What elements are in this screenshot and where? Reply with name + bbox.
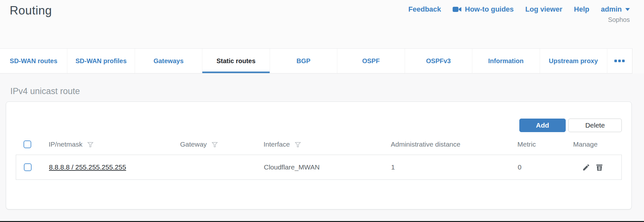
log-viewer-link[interactable]: Log viewer xyxy=(525,5,562,14)
tabs-more-button[interactable] xyxy=(607,49,632,73)
column-label: Manage xyxy=(573,140,598,148)
cell-manage xyxy=(573,163,621,171)
tab-ospfv3[interactable]: OSPFv3 xyxy=(405,49,472,73)
chevron-down-icon xyxy=(625,8,630,11)
section-title: IPv4 unicast route xyxy=(6,73,632,101)
select-all-checkbox[interactable] xyxy=(24,140,31,148)
pencil-icon xyxy=(582,163,590,171)
help-label: Help xyxy=(574,5,590,14)
tab-static-routes[interactable]: Static routes xyxy=(202,49,269,73)
column-header-ip-netmask: IP/netmask xyxy=(49,140,180,148)
user-menu[interactable]: admin xyxy=(601,5,630,14)
tab-upstream-proxy[interactable]: Upstream proxy xyxy=(540,49,607,73)
main-content: IPv4 unicast route Add Delete IP/netmask… xyxy=(0,73,644,221)
column-header-metric: Metric xyxy=(517,140,573,148)
cell-ip-netmask: 8.8.8.8 / 255.255.255.255 xyxy=(49,163,180,171)
route-link[interactable]: 8.8.8.8 / 255.255.255.255 xyxy=(49,163,126,171)
funnel-icon[interactable] xyxy=(294,141,301,148)
funnel-icon[interactable] xyxy=(87,141,94,148)
howto-guides-label: How-to guides xyxy=(465,5,514,14)
cell-interface: Cloudflare_MWAN xyxy=(264,163,391,171)
row-checkbox[interactable] xyxy=(24,163,32,171)
routing-page: { "page": { "title": "Routing", "brand":… xyxy=(0,0,644,222)
video-camera-icon xyxy=(453,6,462,13)
tab-sd-wan-profiles[interactable]: SD-WAN profiles xyxy=(67,49,134,73)
table-row: 8.8.8.8 / 255.255.255.255 Cloudflare_MWA… xyxy=(16,155,622,180)
user-menu-label: admin xyxy=(601,5,622,14)
column-header-manage: Manage xyxy=(573,140,622,148)
cell-admin-distance: 1 xyxy=(391,163,518,171)
help-link[interactable]: Help xyxy=(574,5,590,14)
ellipsis-icon xyxy=(614,60,617,62)
log-viewer-label: Log viewer xyxy=(525,5,562,14)
tab-sd-wan-routes[interactable]: SD-WAN routes xyxy=(0,49,67,73)
table-header-row: IP/netmask Gateway Interface Administrat… xyxy=(16,134,622,155)
delete-route-button[interactable] xyxy=(595,163,603,171)
page-header: Routing Feedback How-to guides Log viewe… xyxy=(0,0,644,48)
tab-bgp[interactable]: BGP xyxy=(270,49,337,73)
column-label: IP/netmask xyxy=(49,140,82,148)
edit-route-button[interactable] xyxy=(582,163,590,171)
delete-button[interactable]: Delete xyxy=(568,119,622,132)
howto-guides-link[interactable]: How-to guides xyxy=(453,5,514,14)
column-label: Gateway xyxy=(180,140,207,148)
cell-metric: 0 xyxy=(518,163,573,171)
column-label: Administrative distance xyxy=(391,140,460,148)
brand-label: Sophos xyxy=(608,16,630,24)
top-nav-wrap: Feedback How-to guides Log viewer Help a… xyxy=(409,5,630,24)
column-label: Interface xyxy=(264,140,290,148)
row-checkbox-cell xyxy=(24,163,49,171)
tab-gateways[interactable]: Gateways xyxy=(135,49,202,73)
top-nav: Feedback How-to guides Log viewer Help a… xyxy=(409,5,630,14)
feedback-link[interactable]: Feedback xyxy=(409,5,441,14)
table-toolbar: Add Delete xyxy=(16,119,622,132)
routes-panel: Add Delete IP/netmask Gateway Interface … xyxy=(6,101,632,209)
add-button[interactable]: Add xyxy=(519,119,566,132)
trash-icon xyxy=(595,163,603,171)
page-title: Routing xyxy=(10,4,52,17)
funnel-icon[interactable] xyxy=(211,141,218,148)
column-label: Metric xyxy=(517,140,536,148)
column-header-gateway: Gateway xyxy=(180,140,264,148)
column-header-interface: Interface xyxy=(264,140,391,148)
tab-bar: SD-WAN routes SD-WAN profiles Gateways S… xyxy=(0,48,632,73)
feedback-label: Feedback xyxy=(409,5,441,14)
column-header-admin-distance: Administrative distance xyxy=(391,140,517,148)
tab-ospf[interactable]: OSPF xyxy=(337,49,404,73)
tab-information[interactable]: Information xyxy=(472,49,539,73)
header-checkbox-cell xyxy=(24,140,49,148)
